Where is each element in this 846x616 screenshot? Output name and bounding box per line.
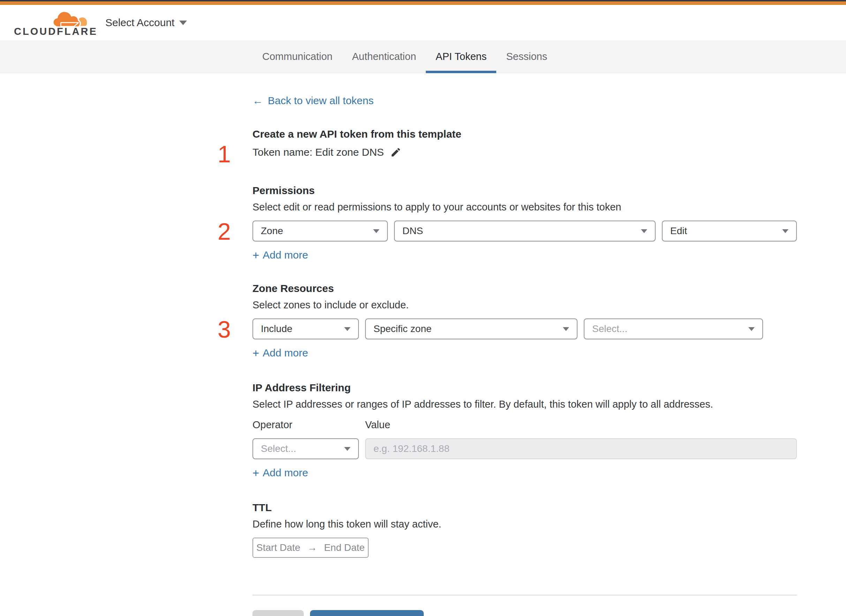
back-link-label: Back to view all tokens	[268, 95, 374, 107]
plus-icon: +	[253, 348, 259, 359]
ip-filtering-description: Select IP addresses or ranges of IP addr…	[253, 399, 797, 410]
ip-value-input[interactable]	[365, 438, 797, 459]
chevron-down-icon	[563, 327, 569, 331]
operator-label: Operator	[253, 419, 365, 431]
section-token-name: 1 Create a new API token from this templ…	[253, 128, 797, 158]
add-more-label: Add more	[263, 347, 308, 359]
top-accent-orange	[0, 1, 846, 5]
zone-mode-select[interactable]: Include	[253, 318, 359, 339]
ip-operator-placeholder: Select...	[261, 443, 296, 454]
chevron-down-icon	[373, 229, 380, 233]
zone-picker-placeholder: Select...	[592, 323, 627, 334]
tab-authentication[interactable]: Authentication	[342, 40, 426, 73]
start-date-placeholder: Start Date	[256, 542, 300, 553]
zone-resources-description: Select zones to include or exclude.	[253, 299, 797, 311]
profile-tabbar: Communication Authentication API Tokens …	[0, 40, 846, 73]
arrow-right-icon: →	[307, 542, 317, 553]
tab-api-tokens[interactable]: API Tokens	[426, 40, 496, 73]
back-arrow-icon: ←	[253, 95, 263, 107]
chevron-down-icon	[179, 21, 187, 25]
zone-type-value: Specific zone	[374, 323, 432, 334]
permission-resource-select[interactable]: DNS	[394, 220, 656, 242]
ip-filtering-heading: IP Address Filtering	[253, 382, 797, 394]
ip-filtering-add-more-link[interactable]: + Add more	[253, 467, 308, 479]
value-label: Value	[365, 419, 390, 431]
footer-divider	[253, 595, 797, 595]
permission-access-select[interactable]: Edit	[662, 220, 797, 242]
step-number-1: 1	[218, 142, 231, 166]
page-title: Create a new API token from this templat…	[253, 128, 797, 140]
cloudflare-logo: CLOUDFLARE	[14, 7, 84, 39]
ttl-heading: TTL	[253, 502, 797, 513]
permission-resource-value: DNS	[402, 226, 423, 236]
plus-icon: +	[253, 467, 259, 479]
step-number-3: 3	[218, 317, 231, 341]
section-permissions: 2 Permissions Select edit or read permis…	[253, 185, 797, 261]
plus-icon: +	[253, 249, 259, 261]
tab-sessions[interactable]: Sessions	[496, 40, 557, 73]
permissions-add-more-link[interactable]: + Add more	[253, 249, 308, 261]
account-selector-label: Select Account	[105, 17, 174, 29]
zone-mode-value: Include	[261, 323, 292, 334]
chevron-down-icon	[344, 327, 350, 331]
token-template-form: ← Back to view all tokens 1 Create a new…	[253, 73, 797, 616]
zone-type-select[interactable]: Specific zone	[365, 318, 577, 339]
cloudflare-wordmark: CLOUDFLARE	[14, 26, 98, 37]
permissions-heading: Permissions	[253, 185, 797, 197]
zone-resources-add-more-link[interactable]: + Add more	[253, 347, 308, 359]
chevron-down-icon	[782, 229, 789, 233]
ttl-description: Define how long this token will stay act…	[253, 518, 797, 530]
cancel-button[interactable]: Cancel	[253, 610, 304, 616]
chevron-down-icon	[344, 447, 350, 451]
pencil-icon[interactable]	[390, 147, 402, 158]
add-more-label: Add more	[263, 467, 308, 479]
footer-actions: Cancel Continue to summary	[253, 610, 797, 616]
permission-access-value: Edit	[670, 226, 687, 236]
back-to-tokens-link[interactable]: ← Back to view all tokens	[253, 95, 374, 107]
account-selector[interactable]: Select Account	[105, 17, 187, 29]
section-ttl: TTL Define how long this token will stay…	[253, 502, 797, 558]
zone-picker-select[interactable]: Select...	[584, 318, 763, 339]
ttl-date-range-picker[interactable]: Start Date → End Date	[253, 538, 369, 558]
zone-resources-heading: Zone Resources	[253, 283, 797, 295]
section-ip-filtering: IP Address Filtering Select IP addresses…	[253, 382, 797, 479]
tab-communication[interactable]: Communication	[253, 40, 342, 73]
token-name-text: Token name: Edit zone DNS	[253, 146, 384, 158]
app-header: CLOUDFLARE Select Account	[0, 5, 846, 40]
ip-operator-select[interactable]: Select...	[253, 438, 359, 459]
step-number-2: 2	[218, 220, 231, 243]
continue-to-summary-button[interactable]: Continue to summary	[310, 610, 424, 616]
section-zone-resources: 3 Zone Resources Select zones to include…	[253, 283, 797, 359]
add-more-label: Add more	[263, 249, 308, 261]
chevron-down-icon	[748, 327, 755, 331]
permissions-description: Select edit or read permissions to apply…	[253, 201, 797, 213]
permission-scope-select[interactable]: Zone	[253, 220, 388, 242]
permission-scope-value: Zone	[261, 226, 283, 236]
chevron-down-icon	[641, 229, 647, 233]
end-date-placeholder: End Date	[324, 542, 365, 553]
